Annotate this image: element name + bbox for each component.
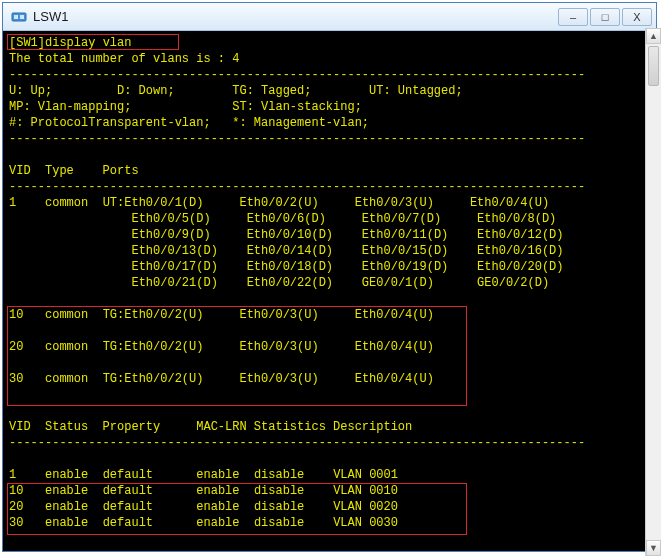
window: LSW1 – □ X [SW1]display vlan The total n… xyxy=(2,2,657,552)
command-text: display vlan xyxy=(45,36,131,50)
scroll-thumb[interactable] xyxy=(648,46,659,86)
separator: ----------------------------------------… xyxy=(9,180,585,194)
svg-rect-2 xyxy=(20,15,24,19)
status-row: 1 enable default enable disable VLAN 000… xyxy=(9,468,398,482)
window-title: LSW1 xyxy=(33,9,558,24)
vlan-row: Eth0/0/9(D) Eth0/0/10(D) Eth0/0/11(D) Et… xyxy=(110,228,564,242)
svg-rect-1 xyxy=(14,15,18,19)
vlan-row: 20 common TG:Eth0/0/2(U) Eth0/0/3(U) Eth… xyxy=(9,340,434,354)
vlan-row: Eth0/0/5(D) Eth0/0/6(D) Eth0/0/7(D) Eth0… xyxy=(110,212,556,226)
vertical-scrollbar[interactable]: ▲ ▼ xyxy=(645,28,661,556)
separator: ----------------------------------------… xyxy=(9,436,585,450)
status-row: 20 enable default enable disable VLAN 00… xyxy=(9,500,398,514)
window-controls: – □ X xyxy=(558,8,652,26)
legend-line: #: ProtocolTransparent-vlan; *: Manageme… xyxy=(9,116,369,130)
scroll-up-button[interactable]: ▲ xyxy=(646,28,661,44)
vlan-row: 30 common TG:Eth0/0/2(U) Eth0/0/3(U) Eth… xyxy=(9,372,434,386)
vlan-row: Eth0/0/17(D) Eth0/0/18(D) Eth0/0/19(D) E… xyxy=(110,260,564,274)
titlebar[interactable]: LSW1 – □ X xyxy=(3,3,656,31)
maximize-button[interactable]: □ xyxy=(590,8,620,26)
close-button[interactable]: X xyxy=(622,8,652,26)
status-row: 30 enable default enable disable VLAN 00… xyxy=(9,516,398,530)
prompt-host: [SW1] xyxy=(9,36,45,50)
vlan-row: Eth0/0/13(D) Eth0/0/14(D) Eth0/0/15(D) E… xyxy=(110,244,564,258)
legend-line: MP: Vlan-mapping; ST: Vlan-stacking; xyxy=(9,100,362,114)
scroll-down-button[interactable]: ▼ xyxy=(646,540,661,556)
status-row: 10 enable default enable disable VLAN 00… xyxy=(9,484,398,498)
terminal-output[interactable]: [SW1]display vlan The total number of vl… xyxy=(3,31,656,551)
vlan-row: Eth0/0/21(D) Eth0/0/22(D) GE0/0/1(D) GE0… xyxy=(110,276,549,290)
legend-line: U: Up; D: Down; TG: Tagged; UT: Untagged… xyxy=(9,84,463,98)
vlan-row: 10 common TG:Eth0/0/2(U) Eth0/0/3(U) Eth… xyxy=(9,308,434,322)
scroll-track[interactable] xyxy=(646,44,661,540)
vlan-row: 1 common UT:Eth0/0/1(D) Eth0/0/2(U) Eth0… xyxy=(9,196,549,210)
ports-header: VID Type Ports xyxy=(9,164,139,178)
minimize-button[interactable]: – xyxy=(558,8,588,26)
app-icon xyxy=(11,9,27,25)
separator: ----------------------------------------… xyxy=(9,132,585,146)
total-vlans-line: The total number of vlans is : 4 xyxy=(9,52,239,66)
status-header: VID Status Property MAC-LRN Statistics D… xyxy=(9,420,412,434)
separator: ----------------------------------------… xyxy=(9,68,585,82)
